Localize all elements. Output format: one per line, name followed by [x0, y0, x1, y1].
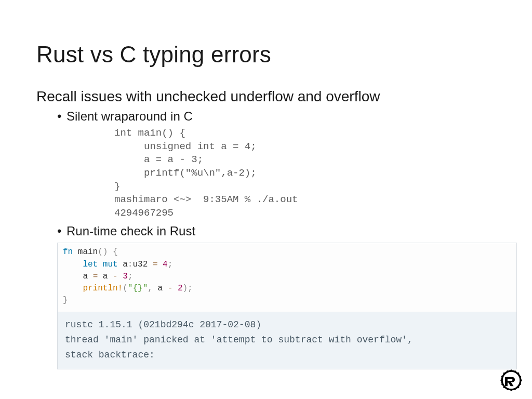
semi: ;: [128, 272, 133, 281]
slide-title: Rust vs C typing errors: [36, 42, 496, 68]
svg-point-1: [510, 369, 512, 371]
var-a: a: [157, 284, 163, 293]
c-code-block: int main() { unsigned int a = 4; a = a -…: [114, 127, 496, 220]
svg-point-12: [514, 389, 515, 390]
svg-point-13: [501, 376, 502, 377]
macro-println: println!: [83, 284, 123, 293]
bullet-item-c: Silent wraparound in C int main() { unsi…: [57, 109, 496, 220]
num-3: 3: [123, 272, 128, 281]
comma: ,: [148, 284, 153, 293]
rust-logo-icon: [500, 369, 523, 392]
string-fmt: "{}": [128, 284, 148, 293]
minus: -: [113, 272, 118, 281]
bullet-label: Run-time check in Rust: [66, 224, 195, 238]
svg-point-6: [517, 373, 519, 374]
rust-code: fn main() { let mut a:u32 = 4; a = a - 3…: [63, 246, 511, 307]
open-brace: {: [113, 247, 118, 257]
semi: ;: [168, 260, 173, 269]
num-4: 4: [163, 260, 168, 269]
svg-point-11: [507, 389, 508, 390]
kw-mut: mut: [103, 260, 118, 269]
intro-text: Recall issues with unchecked underflow a…: [36, 88, 496, 105]
var-a: a: [103, 272, 108, 281]
num-2: 2: [178, 284, 183, 293]
parens: (): [98, 247, 108, 257]
type-u32: u32: [132, 260, 148, 269]
svg-point-7: [503, 387, 505, 388]
var-a: a: [123, 260, 128, 269]
svg-point-10: [514, 370, 515, 371]
svg-point-9: [507, 370, 508, 371]
close-brace: }: [63, 296, 68, 305]
svg-point-16: [520, 383, 521, 384]
bullet-label: Silent wraparound in C: [66, 109, 193, 123]
kw-fn: fn: [63, 247, 73, 257]
svg-point-15: [520, 376, 521, 377]
slide-content: Rust vs C typing errors Recall issues wi…: [0, 0, 532, 390]
rust-code-panel: fn main() { let mut a:u32 = 4; a = a - 3…: [57, 243, 517, 369]
svg-point-0: [502, 371, 521, 390]
eq: =: [153, 260, 158, 269]
semi: ;: [188, 284, 193, 293]
svg-point-8: [517, 387, 519, 388]
svg-point-5: [503, 373, 505, 374]
var-a: a: [83, 272, 88, 281]
kw-let: let: [83, 260, 98, 269]
paren-close: ): [183, 284, 188, 293]
svg-point-2: [510, 389, 512, 391]
eq: =: [93, 272, 98, 281]
svg-point-3: [500, 379, 502, 381]
svg-point-14: [501, 383, 502, 384]
bullet-item-rust: Run-time check in Rust: [57, 224, 496, 238]
fn-name: main: [78, 247, 98, 257]
bullet-list: Silent wraparound in C int main() { unsi…: [36, 109, 496, 238]
paren-open: (: [123, 284, 128, 293]
svg-point-4: [520, 379, 522, 381]
rust-output: rustc 1.15.1 (021bd294c 2017-02-08) thre…: [58, 312, 516, 368]
minus: -: [168, 284, 173, 293]
